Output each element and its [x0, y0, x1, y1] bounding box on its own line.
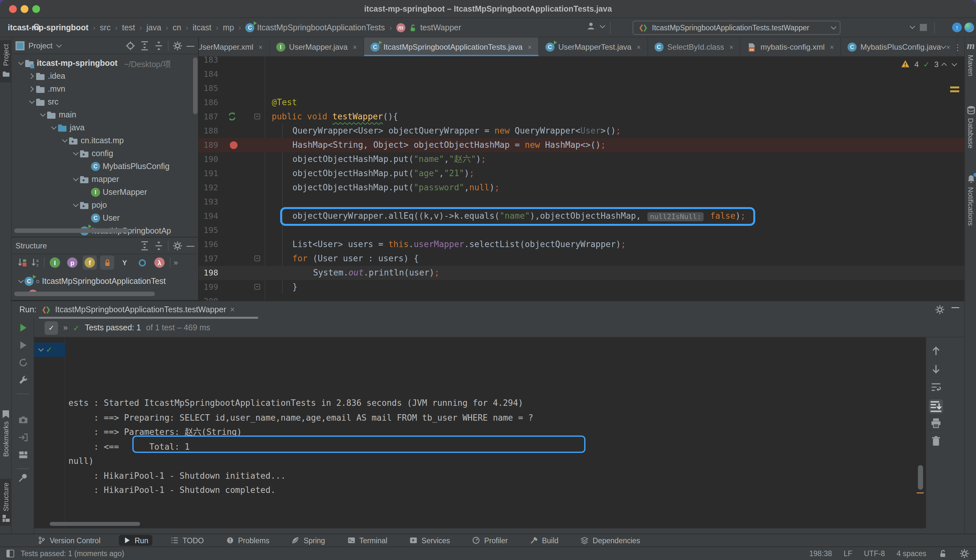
editor-tab[interactable]: IUserMapper.java×: [270, 37, 364, 57]
print-icon[interactable]: [930, 417, 942, 429]
toolwindow-button-todo[interactable]: TODO: [166, 535, 207, 546]
line-number[interactable]: 183: [199, 57, 218, 67]
show-anonymous-button[interactable]: [135, 255, 149, 270]
sidebar-item-database[interactable]: Database: [965, 105, 976, 148]
tree-chevron-icon[interactable]: [40, 111, 45, 117]
tree-chevron-icon[interactable]: [51, 124, 57, 130]
line-number[interactable]: 197: [199, 252, 218, 266]
status-message[interactable]: Tests passed: 1 (moments ago): [21, 550, 124, 557]
line-number[interactable]: 187: [199, 110, 218, 124]
sort-alpha-icon[interactable]: az: [30, 257, 41, 268]
tree-item-pojo[interactable]: pojo: [73, 199, 107, 212]
run-configuration-select[interactable]: ItcastMpSpringbootApplicationTests.testW…: [632, 21, 841, 35]
camera-icon[interactable]: [18, 415, 28, 425]
line-number[interactable]: 195: [199, 223, 218, 237]
run-test-gutter-icon[interactable]: [227, 112, 237, 121]
toolwindow-button-problems[interactable]: Problems: [222, 535, 274, 546]
tree-item-usermapper[interactable]: IUserMapper: [84, 186, 147, 199]
project-panel-title[interactable]: Project: [28, 41, 53, 50]
toolwindow-button-profiler[interactable]: Profiler: [468, 535, 512, 546]
console-horizontal-scrollbar[interactable]: [50, 522, 140, 526]
gear-icon[interactable]: [172, 40, 183, 51]
toolwindow-button-terminal[interactable]: Terminal: [343, 535, 391, 546]
editor-tab[interactable]: UserMapper.xml×: [199, 37, 270, 57]
tree-chevron-icon[interactable]: [18, 60, 23, 65]
tree-chevron-icon[interactable]: [62, 137, 67, 143]
sidebar-item-bookmarks[interactable]: Bookmarks: [0, 410, 12, 457]
gear-icon[interactable]: [935, 305, 945, 315]
gear-icon[interactable]: [172, 240, 183, 251]
line-number[interactable]: 186: [199, 95, 218, 110]
tree-item-config[interactable]: config: [73, 147, 113, 160]
close-tab-icon[interactable]: ×: [636, 43, 641, 51]
prev-issue-icon[interactable]: [941, 62, 947, 68]
close-tab-icon[interactable]: ×: [259, 43, 263, 51]
project-horizontal-scrollbar[interactable]: [14, 228, 129, 233]
test-tree[interactable]: ✓: [34, 337, 65, 528]
close-tab-icon[interactable]: ×: [353, 43, 357, 51]
breakpoint-icon[interactable]: [230, 141, 237, 149]
tree-chevron-icon[interactable]: [28, 87, 34, 92]
editor-tab[interactable]: CSelectById.class×: [648, 37, 741, 57]
line-number[interactable]: 188: [199, 124, 218, 138]
breadcrumb-item[interactable]: itcast-mp-springboot: [8, 23, 88, 32]
tree-item-cn-itcast-mp[interactable]: cn.itcast.mp: [62, 134, 123, 147]
hide-panel-icon[interactable]: —: [951, 303, 959, 312]
sidebar-item-notifications[interactable]: Notifications: [965, 174, 976, 226]
breadcrumb-item[interactable]: cn: [173, 23, 181, 32]
console-vertical-scrollbar[interactable]: [918, 465, 923, 490]
update-icon[interactable]: ↑: [952, 23, 962, 32]
line-number[interactable]: 191: [199, 167, 218, 181]
tree-item-mybatisplusconfig[interactable]: CMybatisPlusConfig: [84, 160, 169, 173]
fold-icon[interactable]: −: [254, 113, 260, 119]
indent-setting[interactable]: 4 spaces: [897, 550, 926, 557]
fold-icon[interactable]: −: [254, 255, 260, 261]
search-icon[interactable]: [32, 23, 42, 32]
project-vertical-scrollbar[interactable]: [193, 57, 197, 114]
line-number[interactable]: 190: [199, 152, 218, 167]
editor-tab[interactable]: CUserMapperTest.java×: [539, 37, 648, 57]
soft-wrap-icon[interactable]: [930, 381, 942, 393]
tree-item-mapper[interactable]: mapper: [73, 173, 119, 186]
show-lambdas-button[interactable]: λ: [152, 255, 167, 270]
chevron-down-icon[interactable]: [57, 42, 62, 47]
toolwindow-button-services[interactable]: Services: [405, 535, 454, 546]
structure-horizontal-scrollbar[interactable]: [14, 292, 155, 296]
wrench-icon[interactable]: [18, 375, 28, 385]
gear-icon[interactable]: [959, 548, 969, 559]
stop-icon[interactable]: [18, 397, 28, 408]
clear-icon[interactable]: [930, 435, 942, 447]
close-tab-icon[interactable]: ×: [528, 43, 532, 51]
hide-panel-icon[interactable]: —: [187, 241, 194, 250]
sidebar-item-maven[interactable]: m Maven: [965, 40, 976, 76]
breadcrumb-item[interactable]: java: [147, 23, 161, 32]
refresh-icon[interactable]: [18, 357, 28, 368]
scroll-end-icon[interactable]: [929, 399, 943, 413]
toolwindow-button-dependencies[interactable]: Dependencies: [576, 535, 644, 546]
ide-services-icon[interactable]: [964, 23, 974, 32]
close-tab-icon[interactable]: ×: [830, 43, 834, 51]
line-number[interactable]: 185: [199, 81, 218, 95]
chevron-down-icon[interactable]: [941, 43, 946, 49]
toolwindow-button-version-control[interactable]: Version Control: [33, 535, 104, 546]
tree-chevron-icon[interactable]: [73, 176, 78, 181]
show-passed-toggle[interactable]: ✓: [45, 321, 58, 335]
hide-panel-icon[interactable]: —: [187, 41, 194, 50]
toolwindow-button-run[interactable]: Run: [118, 535, 152, 546]
show-fields-button[interactable]: f: [83, 255, 97, 270]
layout-icon[interactable]: [7, 550, 14, 557]
tree-item-user[interactable]: CUser: [84, 212, 120, 225]
collapse-all-icon[interactable]: [153, 240, 164, 251]
tree-chevron-icon[interactable]: [29, 98, 35, 104]
breadcrumb-item[interactable]: mp: [223, 23, 234, 32]
tree-item--mvn[interactable]: .mvn: [29, 83, 65, 95]
structure-item[interactable]: CItcastMpSpringbootApplicationTest: [18, 275, 166, 288]
editor-tab[interactable]: CMybatisPlusConfig.java×: [841, 37, 957, 57]
more-filters-icon[interactable]: »: [174, 258, 178, 267]
sidebar-item-structure[interactable]: Structure: [0, 479, 12, 525]
tree-item-main[interactable]: main: [40, 108, 76, 121]
collapse-all-icon[interactable]: [153, 40, 164, 51]
tree-item-itcast-mp-springboot[interactable]: itcast-mp-springboot~/Desktop/项: [18, 57, 171, 70]
sort-visibility-icon[interactable]: [17, 257, 27, 268]
breadcrumb-item[interactable]: mtestWapper: [396, 23, 461, 33]
